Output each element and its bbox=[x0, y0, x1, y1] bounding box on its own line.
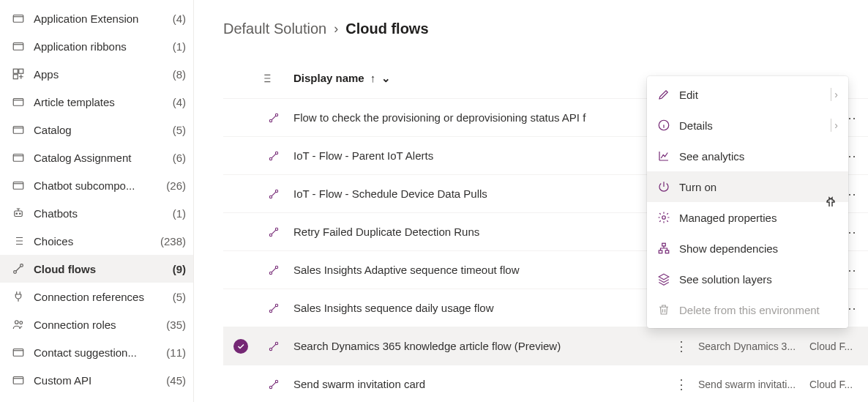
chevron-right-icon[interactable]: › bbox=[834, 89, 838, 100]
flow-icon bbox=[258, 264, 289, 276]
svg-point-30 bbox=[269, 348, 272, 350]
menu-details[interactable]: Details › bbox=[647, 110, 848, 141]
sidebar-item-connection-references[interactable]: Connection references (5) bbox=[0, 283, 193, 310]
chevron-down-icon[interactable]: ⌄ bbox=[381, 72, 391, 85]
svg-point-10 bbox=[16, 213, 18, 215]
menu-label: Turn on bbox=[679, 181, 838, 193]
flow-icon bbox=[258, 112, 289, 124]
sidebar-item-choices[interactable]: Choices (238) bbox=[0, 227, 193, 255]
sidebar-item-label: Connection references bbox=[34, 291, 164, 303]
sidebar-item-count: (4) bbox=[173, 12, 186, 25]
svg-rect-7 bbox=[13, 155, 23, 162]
row-name[interactable]: Send swarm invitation card bbox=[289, 378, 670, 390]
info-icon bbox=[657, 119, 670, 132]
svg-point-18 bbox=[269, 119, 272, 122]
sidebar-item-count: (45) bbox=[166, 374, 186, 387]
sort-ascending-icon: ↑ bbox=[370, 72, 376, 84]
menu-label: See solution layers bbox=[679, 273, 838, 286]
svg-rect-3 bbox=[19, 69, 23, 73]
sidebar-item-catalog[interactable]: Catalog (5) bbox=[0, 116, 193, 144]
sidebar-item-count: (9) bbox=[173, 263, 186, 275]
sidebar-item-count: (26) bbox=[166, 179, 186, 192]
sidebar-item-label: Application ribbons bbox=[34, 40, 164, 53]
folder-icon bbox=[12, 123, 25, 136]
svg-point-21 bbox=[275, 152, 277, 154]
chart-icon bbox=[657, 149, 670, 163]
row-type: Cloud F... bbox=[809, 379, 861, 390]
breadcrumb-root[interactable]: Default Solution bbox=[223, 21, 326, 37]
breadcrumb-current: Cloud flows bbox=[345, 21, 428, 37]
plug-icon bbox=[12, 290, 25, 303]
row-type: Cloud F... bbox=[809, 340, 861, 352]
sidebar-item-label: Contact suggestion... bbox=[34, 346, 157, 359]
sidebar-item-contact-suggestion[interactable]: Contact suggestion... (11) bbox=[0, 338, 193, 366]
sidebar-item-custom-api[interactable]: Custom API (45) bbox=[0, 366, 193, 394]
layers-icon bbox=[657, 272, 670, 286]
svg-point-23 bbox=[275, 190, 277, 192]
svg-point-24 bbox=[269, 234, 272, 236]
svg-rect-0 bbox=[13, 15, 23, 23]
sidebar-item-count: (35) bbox=[166, 319, 186, 331]
breadcrumb: Default Solution › Cloud flows bbox=[223, 21, 868, 37]
sidebar-item-count: (4) bbox=[173, 96, 186, 108]
svg-point-32 bbox=[269, 386, 272, 388]
sidebar-item-label: Catalog Assignment bbox=[34, 152, 164, 164]
chevron-right-icon[interactable]: › bbox=[834, 119, 838, 131]
sidebar-item-label: Custom API bbox=[34, 374, 157, 387]
row-name[interactable]: Search Dynamics 365 knowledge article fl… bbox=[289, 340, 670, 352]
table-row[interactable]: Send swarm invitation card ⋮ Send swarm … bbox=[223, 365, 868, 402]
menu-label: Show dependencies bbox=[679, 242, 838, 255]
sidebar-item-count: (6) bbox=[173, 152, 186, 164]
more-actions-icon[interactable]: ⋮ bbox=[670, 340, 692, 353]
sidebar-item-application-extension[interactable]: Application Extension (4) bbox=[0, 4, 193, 32]
svg-point-28 bbox=[269, 310, 272, 312]
menu-see-solution-layers[interactable]: See solution layers bbox=[647, 264, 848, 294]
menu-label: Details bbox=[679, 119, 822, 132]
people-icon bbox=[12, 318, 25, 331]
folder-icon bbox=[12, 95, 25, 108]
table-row[interactable]: Search Dynamics 365 knowledge article fl… bbox=[223, 327, 868, 365]
menu-label: See analytics bbox=[679, 150, 838, 163]
flow-icon bbox=[258, 226, 289, 238]
column-options-icon[interactable] bbox=[258, 72, 274, 84]
svg-rect-36 bbox=[662, 243, 666, 246]
sidebar-item-chatbot-subcomponents[interactable]: Chatbot subcompo... (26) bbox=[0, 171, 193, 199]
edit-icon bbox=[657, 88, 670, 101]
sidebar-item-article-templates[interactable]: Article templates (4) bbox=[0, 88, 193, 116]
row-name-secondary: Send swarm invitati... bbox=[692, 379, 809, 390]
svg-point-25 bbox=[275, 228, 277, 230]
svg-point-29 bbox=[275, 304, 277, 306]
menu-see-analytics[interactable]: See analytics bbox=[647, 141, 848, 171]
dependencies-icon bbox=[657, 242, 670, 255]
sidebar-item-apps[interactable]: Apps (8) bbox=[0, 60, 193, 88]
menu-managed-properties[interactable]: Managed properties bbox=[647, 202, 848, 233]
more-actions-icon[interactable]: ⋮ bbox=[670, 378, 692, 391]
sidebar-item-label: Application Extension bbox=[34, 12, 164, 25]
menu-label: Managed properties bbox=[679, 212, 838, 224]
sidebar-item-chatbots[interactable]: Chatbots (1) bbox=[0, 199, 193, 227]
sidebar-item-cloud-flows[interactable]: Cloud flows (9) bbox=[0, 255, 193, 283]
svg-point-20 bbox=[269, 157, 272, 160]
sidebar-item-count: (238) bbox=[160, 235, 186, 247]
chevron-right-icon: › bbox=[334, 21, 338, 37]
svg-rect-6 bbox=[13, 127, 23, 134]
svg-rect-16 bbox=[13, 349, 23, 357]
sidebar-item-application-ribbons[interactable]: Application ribbons (1) bbox=[0, 32, 193, 60]
sidebar-item-count: (8) bbox=[173, 68, 186, 81]
menu-edit[interactable]: Edit › bbox=[647, 79, 848, 110]
sidebar-item-connection-roles[interactable]: Connection roles (35) bbox=[0, 310, 193, 338]
svg-point-15 bbox=[20, 321, 23, 324]
sidebar-item-label: Article templates bbox=[34, 96, 164, 108]
menu-turn-on[interactable]: Turn on bbox=[647, 171, 848, 202]
menu-delete: Delete from this environment bbox=[647, 294, 848, 325]
svg-point-14 bbox=[15, 321, 19, 324]
sidebar-item-label: Choices bbox=[34, 235, 151, 247]
list-icon bbox=[12, 234, 25, 247]
menu-show-dependencies[interactable]: Show dependencies bbox=[647, 233, 848, 264]
sidebar-item-catalog-assignment[interactable]: Catalog Assignment (6) bbox=[0, 144, 193, 171]
folder-icon bbox=[12, 373, 25, 387]
menu-label: Edit bbox=[679, 89, 822, 101]
row-selected-check[interactable] bbox=[223, 339, 258, 354]
flow-icon bbox=[258, 379, 289, 390]
sidebar-item-label: Chatbots bbox=[34, 207, 164, 220]
